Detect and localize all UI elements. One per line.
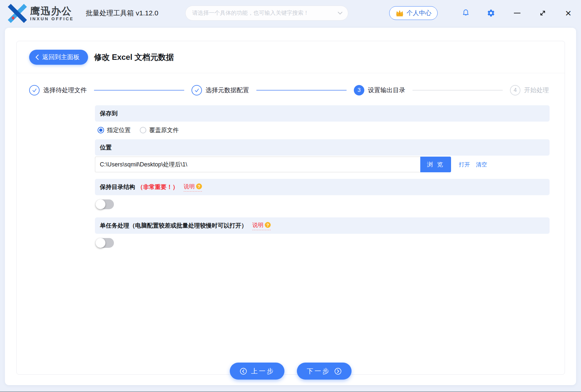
browse-button[interactable]: 浏 览 xyxy=(420,157,451,172)
logo-x-icon xyxy=(8,4,27,23)
single-task-help-link[interactable]: 说明 ? xyxy=(252,221,271,230)
wizard-panel: 返回到主面板 修改 Excel 文档元数据 选择待处理文件 xyxy=(16,41,565,375)
step-label: 选择待处理文件 xyxy=(43,86,87,94)
logo-text-en: INXUN OFFICE xyxy=(30,16,74,21)
app-logo: 鹰迅办公 INXUN OFFICE xyxy=(8,4,74,23)
open-folder-link[interactable]: 打开 xyxy=(459,161,470,168)
toggle-knob xyxy=(96,238,105,248)
step-connector xyxy=(256,90,347,91)
maximize-button[interactable] xyxy=(538,9,547,18)
keep-structure-section-header: 保持目录结构 （非常重要！） 说明 ? xyxy=(95,179,550,195)
step-label: 开始处理 xyxy=(524,86,549,94)
main-card: 返回到主面板 修改 Excel 文档元数据 选择待处理文件 xyxy=(5,28,576,385)
settings-gear-icon[interactable] xyxy=(487,9,495,17)
page-title: 修改 Excel 文档元数据 xyxy=(94,52,174,62)
next-step-button[interactable]: 下一步 xyxy=(297,363,352,380)
save-to-options: 指定位置 覆盖原文件 xyxy=(95,122,550,139)
radio-label: 指定位置 xyxy=(107,126,131,134)
step-start-processing: 4 开始处理 xyxy=(510,85,549,95)
previous-step-button[interactable]: 上一步 xyxy=(230,363,284,380)
radio-specified-location[interactable]: 指定位置 xyxy=(98,126,131,134)
help-link-label: 说明 xyxy=(252,221,263,229)
location-title: 位置 xyxy=(100,144,112,151)
step-select-metadata-config: 选择元数据配置 xyxy=(191,85,249,95)
clear-path-link[interactable]: 清空 xyxy=(476,161,487,168)
app-header: 鹰迅办公 INXUN OFFICE 批量处理工具箱 v1.12.0 个人中心 xyxy=(0,0,581,26)
chevron-left-icon xyxy=(35,54,39,60)
output-path-input[interactable] xyxy=(95,157,420,172)
step-label: 设置输出目录 xyxy=(368,86,405,94)
next-step-label: 下一步 xyxy=(307,367,330,376)
keep-structure-title: 保持目录结构 xyxy=(100,183,135,191)
step-connector xyxy=(412,90,503,91)
help-link-label: 说明 xyxy=(184,183,195,190)
wizard-footer: 上一步 下一步 xyxy=(230,363,352,380)
step-done-check-icon xyxy=(191,85,202,95)
circle-chevron-right-icon xyxy=(334,367,342,375)
logo-text-cn: 鹰迅办公 xyxy=(30,6,74,16)
output-path-row: 浏 览 打开 清空 xyxy=(95,157,550,172)
user-center-button[interactable]: 个人中心 xyxy=(389,6,438,20)
step-select-files: 选择待处理文件 xyxy=(29,85,87,95)
search-input[interactable] xyxy=(192,10,337,16)
user-center-label: 个人中心 xyxy=(407,9,431,17)
keep-structure-important-note: （非常重要！） xyxy=(137,183,178,191)
radio-overwrite-original[interactable]: 覆盖原文件 xyxy=(140,126,179,134)
single-task-section-header: 单任务处理（电脑配置较差或批量处理较慢时可以打开） 说明 ? xyxy=(95,217,550,234)
question-mark-icon: ? xyxy=(265,222,271,228)
single-task-toggle[interactable] xyxy=(96,238,114,248)
title-row: 返回到主面板 修改 Excel 文档元数据 xyxy=(17,41,565,73)
save-to-title: 保存到 xyxy=(100,110,118,117)
back-button-label: 返回到主面板 xyxy=(42,53,80,61)
step-number-badge: 3 xyxy=(354,85,364,95)
app-title: 批量处理工具箱 v1.12.0 xyxy=(86,0,158,26)
step-done-check-icon xyxy=(29,85,40,95)
form-content: 保存到 指定位置 覆盖原文件 位置 浏 览 打开 清空 xyxy=(95,105,550,248)
radio-label: 覆盖原文件 xyxy=(149,126,179,134)
step-number-badge: 4 xyxy=(510,85,520,95)
keep-structure-help-link[interactable]: 说明 ? xyxy=(184,183,202,192)
close-icon: × xyxy=(565,9,572,18)
notification-bell-icon[interactable] xyxy=(462,9,470,17)
maximize-icon xyxy=(539,9,547,17)
keep-structure-toggle[interactable] xyxy=(96,199,114,209)
chevron-down-icon[interactable] xyxy=(337,11,343,15)
step-set-output-dir: 3 设置输出目录 xyxy=(354,85,405,95)
radio-on-icon xyxy=(98,127,104,133)
minimize-icon xyxy=(514,13,520,13)
minimize-button[interactable] xyxy=(513,9,522,18)
question-mark-icon: ? xyxy=(196,183,202,189)
circle-chevron-left-icon xyxy=(240,367,247,375)
back-to-dashboard-button[interactable]: 返回到主面板 xyxy=(29,50,88,65)
single-task-title: 单任务处理（电脑配置较差或批量处理较慢时可以打开） xyxy=(100,222,247,230)
crown-icon xyxy=(395,9,404,17)
save-to-section-header: 保存到 xyxy=(95,105,550,122)
step-label: 选择元数据配置 xyxy=(206,86,249,94)
step-connector xyxy=(94,90,184,91)
radio-off-icon xyxy=(140,127,146,133)
function-search[interactable] xyxy=(185,6,348,21)
step-indicator: 选择待处理文件 选择元数据配置 3 设置输出目录 4 开始处理 xyxy=(17,73,565,95)
close-button[interactable]: × xyxy=(564,9,573,18)
previous-step-label: 上一步 xyxy=(251,367,275,376)
toggle-knob xyxy=(96,199,105,209)
location-section-header: 位置 xyxy=(95,139,550,156)
